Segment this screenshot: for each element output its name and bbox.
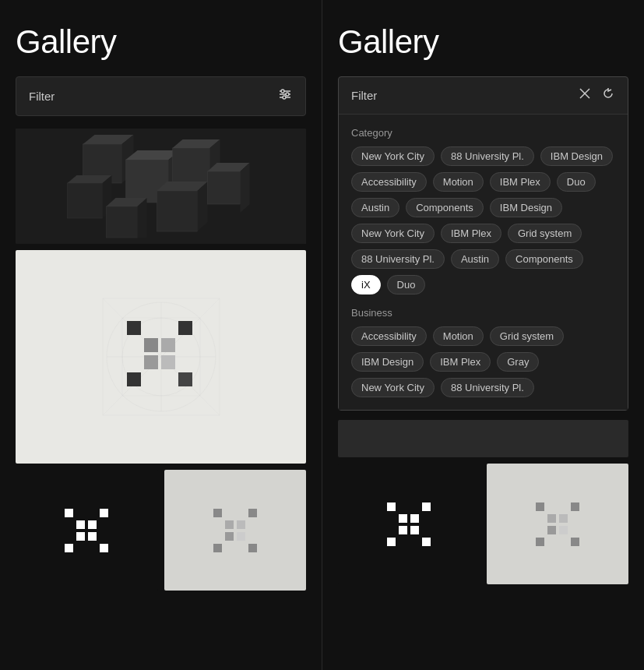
tag-88univ-1[interactable]: 88 University Pl. xyxy=(441,146,534,166)
sliders-icon[interactable] xyxy=(277,86,293,106)
tag-austin-2[interactable]: Austin xyxy=(451,249,499,269)
tag-components-1[interactable]: Components xyxy=(406,198,484,217)
tag-accessibility-1[interactable]: Accessibility xyxy=(351,172,427,192)
svg-point-4 xyxy=(286,93,289,96)
svg-rect-49 xyxy=(127,372,141,386)
svg-rect-47 xyxy=(161,355,175,369)
svg-rect-56 xyxy=(100,509,108,517)
svg-rect-76 xyxy=(248,520,257,529)
gallery-image-logo[interactable] xyxy=(16,250,306,464)
svg-rect-92 xyxy=(399,514,407,523)
tag-austin-1[interactable]: Austin xyxy=(351,198,399,217)
svg-rect-66 xyxy=(76,544,85,552)
svg-rect-39 xyxy=(161,321,175,335)
reset-icon[interactable] xyxy=(601,86,615,104)
svg-rect-116 xyxy=(547,538,556,546)
svg-rect-63 xyxy=(88,532,97,541)
tag-ibmdesign-1[interactable]: IBM Design xyxy=(540,146,613,166)
right-bottom-tile-dark[interactable] xyxy=(338,464,480,584)
tag-nyc-2[interactable]: New York City xyxy=(351,224,435,243)
left-panel: Gallery Filter xyxy=(0,0,322,670)
svg-rect-12 xyxy=(68,183,103,218)
svg-rect-68 xyxy=(100,544,108,552)
svg-rect-103 xyxy=(536,503,544,511)
svg-rect-73 xyxy=(213,520,222,529)
tag-ibmdesign-2[interactable]: IBM Design xyxy=(490,198,562,217)
svg-rect-75 xyxy=(237,520,245,529)
svg-rect-44 xyxy=(178,338,192,352)
tag-nyc-1[interactable]: New York City xyxy=(351,146,435,166)
svg-rect-69 xyxy=(213,509,222,517)
right-bottom-tile-light[interactable] xyxy=(487,464,629,584)
svg-rect-21 xyxy=(208,171,241,204)
svg-rect-59 xyxy=(88,520,97,529)
svg-rect-84 xyxy=(248,544,257,552)
svg-rect-93 xyxy=(410,514,419,523)
svg-rect-110 xyxy=(571,514,579,523)
svg-rect-51 xyxy=(161,372,175,386)
svg-rect-58 xyxy=(76,520,85,529)
svg-rect-42 xyxy=(144,338,158,352)
svg-rect-108 xyxy=(547,514,556,523)
svg-rect-80 xyxy=(248,532,257,541)
svg-rect-90 xyxy=(422,503,431,511)
bottom-tiles-row xyxy=(16,470,306,591)
category-title: Category xyxy=(351,127,615,139)
category-tags: New York City 88 University Pl. IBM Desi… xyxy=(351,146,615,294)
svg-rect-38 xyxy=(144,321,158,335)
tag-duo-1[interactable]: Duo xyxy=(557,172,596,192)
svg-rect-82 xyxy=(225,544,234,552)
bottom-tile-dark[interactable] xyxy=(16,470,158,591)
right-filter-bar[interactable]: Filter Category xyxy=(338,76,628,411)
preview-strip xyxy=(338,420,628,457)
svg-point-5 xyxy=(283,96,286,99)
left-filter-bar[interactable]: Filter xyxy=(16,76,306,116)
svg-rect-89 xyxy=(410,503,419,511)
tag-gray-b[interactable]: Gray xyxy=(497,352,539,372)
tag-ibmplex-2[interactable]: IBM Plex xyxy=(441,224,501,243)
svg-rect-65 xyxy=(65,544,73,552)
tag-88univ-2[interactable]: 88 University Pl. xyxy=(351,249,445,269)
tag-ibmdesign-b[interactable]: IBM Design xyxy=(351,352,424,372)
svg-rect-98 xyxy=(422,526,431,534)
bottom-tile-light[interactable] xyxy=(164,470,307,591)
tag-gridsystem-b[interactable]: Grid system xyxy=(490,326,564,346)
tag-duo-2[interactable]: Duo xyxy=(387,275,426,294)
tag-gridsystem-1[interactable]: Grid system xyxy=(508,224,582,243)
svg-rect-115 xyxy=(536,538,544,546)
svg-rect-114 xyxy=(571,526,579,534)
svg-rect-61 xyxy=(65,532,73,541)
tag-nyc-b[interactable]: New York City xyxy=(351,378,435,397)
svg-rect-40 xyxy=(178,321,192,335)
left-gallery-grid xyxy=(16,129,306,654)
tag-ix[interactable]: iX xyxy=(351,275,381,294)
svg-rect-104 xyxy=(547,503,556,511)
close-icon[interactable] xyxy=(578,86,592,104)
svg-rect-18 xyxy=(157,191,198,231)
svg-rect-99 xyxy=(387,538,396,546)
tag-ibmplex-b[interactable]: IBM Plex xyxy=(430,352,491,372)
svg-rect-111 xyxy=(536,526,544,534)
svg-rect-55 xyxy=(88,509,97,517)
tag-motion-1[interactable]: Motion xyxy=(433,172,484,192)
svg-rect-81 xyxy=(213,544,222,552)
svg-rect-15 xyxy=(173,148,210,185)
tag-accessibility-b[interactable]: Accessibility xyxy=(351,326,427,346)
svg-rect-87 xyxy=(387,503,396,511)
tag-ibmplex-1[interactable]: IBM Plex xyxy=(490,172,551,192)
svg-rect-106 xyxy=(571,503,579,511)
right-panel: Gallery Filter xyxy=(322,0,644,670)
svg-rect-43 xyxy=(161,338,175,352)
tag-88univ-b[interactable]: 88 University Pl. xyxy=(441,378,534,397)
svg-rect-101 xyxy=(410,538,419,546)
svg-rect-118 xyxy=(571,538,579,546)
tag-components-2[interactable]: Components xyxy=(505,249,583,269)
svg-rect-107 xyxy=(536,514,544,523)
svg-rect-88 xyxy=(399,503,407,511)
svg-rect-24 xyxy=(107,206,138,238)
svg-rect-91 xyxy=(387,514,396,523)
tag-motion-b[interactable]: Motion xyxy=(433,326,484,346)
svg-rect-78 xyxy=(225,532,234,541)
gallery-image-boxes[interactable] xyxy=(16,129,306,244)
business-section: Business Accessibility Motion Grid syste… xyxy=(351,307,615,397)
